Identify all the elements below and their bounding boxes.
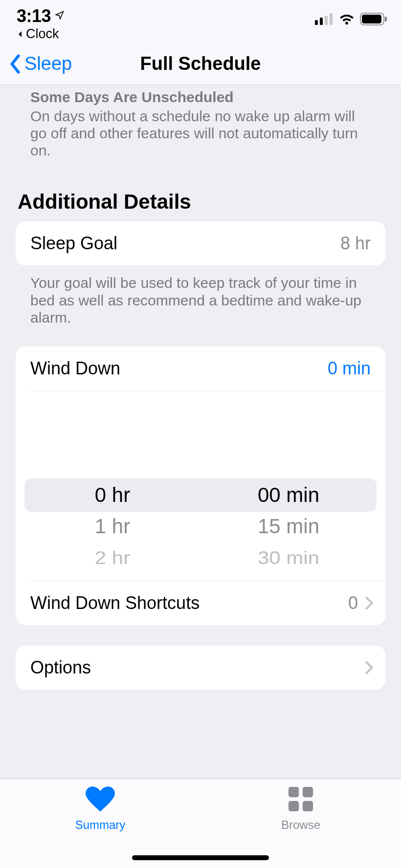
tab-browse-label: Browse [281, 818, 320, 832]
unscheduled-title: Some Days Are Unscheduled [30, 89, 371, 106]
wind-down-shortcuts-row[interactable]: Wind Down Shortcuts 0 [16, 581, 385, 625]
breadcrumb-label: Clock [26, 26, 59, 42]
unscheduled-body: On days without a schedule no wake up al… [30, 108, 371, 159]
status-time: 3:13 [17, 6, 51, 26]
svg-rect-10 [303, 801, 313, 811]
heart-icon [86, 786, 115, 815]
tab-summary-label: Summary [75, 818, 126, 832]
picker-min-1: 15 min [258, 516, 319, 537]
svg-rect-8 [303, 787, 313, 797]
sleep-goal-label: Sleep Goal [30, 233, 117, 254]
back-button[interactable]: Sleep [9, 53, 72, 74]
status-icons [315, 13, 387, 27]
home-indicator[interactable] [132, 855, 269, 860]
svg-rect-6 [385, 17, 387, 22]
picker-hours-col[interactable]: 0 hr 1 hr 2 hr 3 hr [24, 398, 200, 569]
options-label: Options [30, 657, 91, 678]
svg-rect-3 [330, 13, 333, 25]
picker-hours-2: 2 hr [95, 549, 130, 567]
options-card: Options [16, 646, 385, 690]
section-additional-details: Additional Details [0, 159, 401, 221]
wind-down-picker[interactable]: 0 hr 1 hr 2 hr 3 hr 00 min 15 min 30 min… [16, 391, 385, 581]
sleep-goal-card: Sleep Goal 8 hr [16, 221, 385, 265]
picker-min-0: 00 min [258, 485, 319, 505]
status-bar: 3:13 Clock [0, 0, 401, 43]
wifi-icon [338, 13, 355, 27]
svg-rect-9 [289, 801, 299, 811]
breadcrumb-back-clock[interactable]: Clock [17, 26, 65, 42]
wind-down-value: 0 min [328, 358, 371, 379]
options-row[interactable]: Options [16, 646, 385, 690]
wind-down-shortcuts-count: 0 [348, 593, 358, 613]
svg-rect-5 [362, 15, 381, 23]
grid-icon [286, 786, 315, 815]
wind-down-label: Wind Down [30, 358, 120, 379]
picker-hours-0: 0 hr [95, 485, 130, 505]
picker-min-2: 30 min [258, 549, 319, 567]
svg-rect-7 [289, 787, 299, 797]
wind-down-card: Wind Down 0 min 0 hr 1 hr 2 hr 3 hr 00 m… [16, 347, 385, 625]
nav-bar: Sleep Full Schedule [0, 43, 401, 85]
wind-down-shortcuts-label: Wind Down Shortcuts [30, 593, 200, 613]
cellular-icon [315, 13, 334, 27]
location-icon [55, 10, 65, 22]
battery-icon [360, 13, 387, 27]
content-area: Some Days Are Unscheduled On days withou… [0, 85, 401, 690]
sleep-goal-row[interactable]: Sleep Goal 8 hr [16, 221, 385, 265]
back-label: Sleep [24, 53, 72, 74]
unscheduled-info: Some Days Are Unscheduled On days withou… [0, 85, 401, 159]
tab-bar: Summary Browse [0, 779, 401, 868]
sleep-goal-value: 8 hr [340, 233, 371, 254]
svg-rect-1 [320, 18, 323, 25]
chevron-right-icon [365, 661, 374, 674]
wind-down-row[interactable]: Wind Down 0 min [16, 347, 385, 391]
chevron-right-icon [365, 596, 374, 610]
svg-rect-0 [315, 20, 318, 25]
sleep-goal-note: Your goal will be used to keep track of … [0, 265, 401, 326]
picker-mins-col[interactable]: 00 min 15 min 30 min 45 min [200, 398, 377, 569]
picker-hours-1: 1 hr [95, 516, 130, 537]
svg-rect-2 [325, 16, 328, 25]
